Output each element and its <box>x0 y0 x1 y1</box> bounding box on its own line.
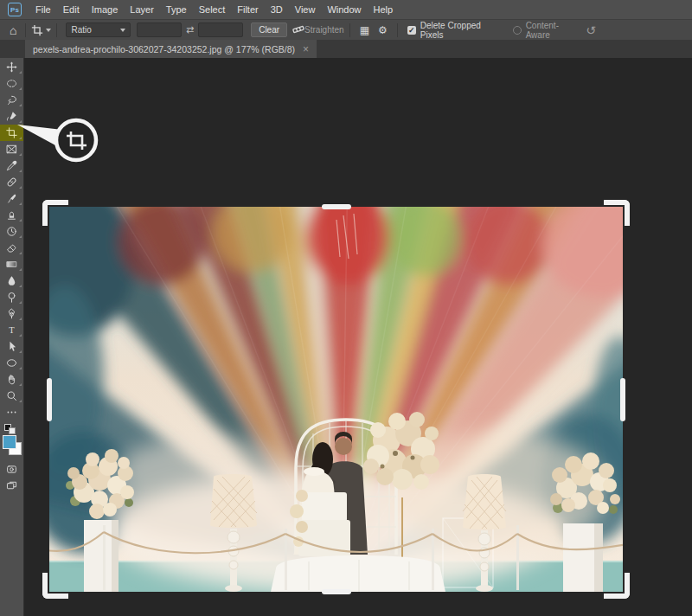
screen-mode-button[interactable] <box>0 478 23 494</box>
dodge-icon <box>6 292 17 303</box>
menu-select[interactable]: Select <box>193 0 232 19</box>
ratio-select[interactable]: Ratio <box>66 22 131 37</box>
tool-marquee[interactable] <box>0 75 23 92</box>
menu-layer[interactable]: Layer <box>124 0 160 19</box>
tab-bar: pexels-andrea-prochilo-3062027-34203252.… <box>0 40 692 58</box>
tool-lasso[interactable] <box>0 92 23 108</box>
chevron-down-icon <box>120 29 125 32</box>
reset-tool-icon[interactable]: ↺ <box>586 23 596 37</box>
canvas-area[interactable] <box>24 58 692 616</box>
menu-window[interactable]: Window <box>321 0 367 19</box>
magnifier-icon <box>6 390 17 401</box>
clear-button[interactable]: Clear <box>251 22 287 37</box>
ellipse-shape-icon <box>6 357 17 369</box>
tool-shape[interactable] <box>0 355 23 371</box>
menu-view[interactable]: View <box>289 0 322 19</box>
tool-crop[interactable] <box>0 125 23 141</box>
crop-handle-bottom[interactable] <box>322 589 351 594</box>
tool-brush[interactable] <box>0 190 23 207</box>
tool-dodge[interactable] <box>0 289 23 305</box>
document-image[interactable] <box>49 207 623 592</box>
crop-handle-bottom-left[interactable] <box>42 573 68 599</box>
overlay-grid-icon[interactable]: ▦ <box>360 24 369 36</box>
tool-hand[interactable] <box>0 371 23 388</box>
menu-bar: Ps File Edit Image Layer Type Select Fil… <box>0 0 692 19</box>
divider <box>349 23 350 37</box>
foreground-color-swatch[interactable] <box>3 435 16 449</box>
eraser-icon <box>6 242 17 253</box>
delete-cropped-pixels-checkbox[interactable]: ✓ <box>407 26 416 35</box>
crop-handle-bottom-right[interactable] <box>604 573 630 599</box>
delete-cropped-pixels-option[interactable]: ✓ Delete Cropped Pixels <box>407 21 504 40</box>
crop-handle-top-right[interactable] <box>604 200 630 226</box>
app-logo-icon: Ps <box>8 3 22 16</box>
divider <box>56 23 57 37</box>
crop-handle-top[interactable] <box>322 204 351 209</box>
crop-handle-left[interactable] <box>47 378 52 421</box>
tool-eyedropper[interactable] <box>0 157 23 174</box>
move-icon <box>6 61 17 73</box>
hand-icon <box>6 374 17 385</box>
crop-width-field[interactable] <box>137 22 182 37</box>
tool-gradient[interactable] <box>0 256 23 273</box>
photoshop-window: Ps File Edit Image Layer Type Select Fil… <box>0 0 692 616</box>
tool-path-selection[interactable] <box>0 338 23 355</box>
menu-filter[interactable]: Filter <box>231 0 264 19</box>
crop-tool-preset[interactable] <box>31 24 51 36</box>
close-tab-icon[interactable]: × <box>303 44 309 55</box>
content-aware-checkbox[interactable] <box>513 26 522 35</box>
quick-mask-button[interactable] <box>0 461 23 478</box>
divider <box>397 23 398 37</box>
menu-help[interactable]: Help <box>368 0 400 19</box>
tools-panel: T <box>0 58 24 616</box>
menu-3d[interactable]: 3D <box>265 0 289 19</box>
tool-frame[interactable] <box>0 141 23 157</box>
history-brush-icon <box>6 226 17 237</box>
marquee-icon <box>6 78 17 89</box>
default-background-swatch <box>9 427 16 434</box>
tool-zoom[interactable] <box>0 388 23 404</box>
straighten-icon[interactable] <box>292 23 304 37</box>
pen-nib-icon <box>6 308 17 319</box>
crop-handle-right[interactable] <box>620 378 625 421</box>
quick-selection-icon <box>6 111 17 122</box>
tool-clone-stamp[interactable] <box>0 207 23 223</box>
delete-cropped-pixels-label: Delete Cropped Pixels <box>420 21 504 40</box>
tool-pen[interactable] <box>0 305 23 322</box>
crop-icon <box>31 24 43 36</box>
type-icon: T <box>6 324 17 336</box>
document-tab[interactable]: pexels-andrea-prochilo-3062027-34203252.… <box>25 40 317 58</box>
tool-move[interactable] <box>0 59 23 75</box>
tool-quick-selection[interactable] <box>0 108 23 125</box>
eyedropper-icon <box>6 160 17 171</box>
edit-toolbar-button[interactable] <box>0 404 23 420</box>
default-colors-button[interactable] <box>0 423 23 434</box>
menu-file[interactable]: File <box>29 0 57 19</box>
cursor-arrow-icon <box>6 341 17 352</box>
crop-height-field[interactable] <box>198 22 243 37</box>
crop-icon <box>6 127 17 138</box>
tool-eraser[interactable] <box>0 240 23 256</box>
document-tab-title: pexels-andrea-prochilo-3062027-34203252.… <box>33 44 295 55</box>
workspace: T <box>0 58 692 616</box>
content-aware-option[interactable]: Content-Aware <box>513 21 582 40</box>
menu-edit[interactable]: Edit <box>57 0 86 19</box>
tool-healing-brush[interactable] <box>0 174 23 190</box>
tool-history-brush[interactable] <box>0 223 23 240</box>
swap-dimensions-icon[interactable]: ⇄ <box>186 24 194 35</box>
ellipsis-icon <box>6 407 17 418</box>
color-swatches[interactable] <box>0 434 23 458</box>
menu-image[interactable]: Image <box>86 0 125 19</box>
lasso-icon <box>6 94 17 106</box>
type-glyph: T <box>9 325 15 335</box>
quick-mask-icon <box>6 464 17 475</box>
tool-blur[interactable] <box>0 273 23 289</box>
crop-settings-gear-icon[interactable]: ⚙ <box>378 24 388 36</box>
home-icon[interactable]: ⌂ <box>10 24 16 36</box>
frame-icon <box>6 144 17 155</box>
bandage-icon <box>6 176 17 188</box>
menu-type[interactable]: Type <box>160 0 193 19</box>
tool-type[interactable]: T <box>0 322 23 338</box>
crop-region[interactable] <box>49 207 623 592</box>
crop-handle-top-left[interactable] <box>42 200 68 226</box>
